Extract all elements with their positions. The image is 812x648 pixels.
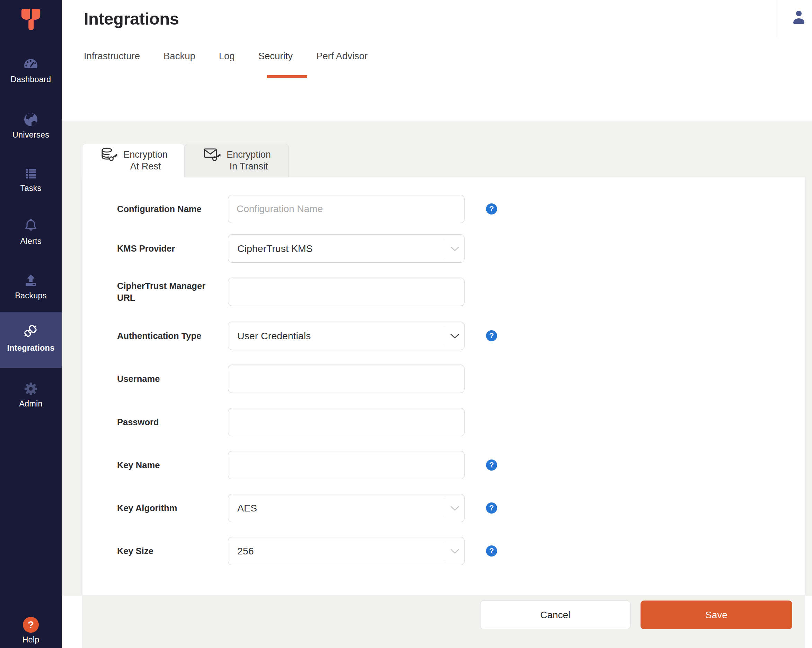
- sidebar-item-label: Integrations: [0, 344, 62, 353]
- mail-key-icon: [202, 146, 221, 165]
- form-row-key-size: Key Size 256 ?: [82, 537, 806, 565]
- sidebar-item-backups[interactable]: Backups: [0, 272, 62, 300]
- chevron-down-icon: [450, 333, 459, 339]
- help-icon[interactable]: ?: [486, 203, 497, 214]
- username-input[interactable]: [228, 365, 464, 393]
- sidebar-item-universes[interactable]: Universes: [0, 111, 62, 140]
- tab-perf-advisor[interactable]: Perf Advisor: [316, 50, 368, 62]
- sidebar: Dashboard Universes Tasks Alerts: [0, 0, 62, 648]
- encryption-tab-label: Encryption In Transit: [227, 149, 271, 173]
- form-row-ciphertrust-manager-url: CipherTrust Manager URL: [82, 278, 806, 306]
- sidebar-item-alerts[interactable]: Alerts: [0, 218, 62, 246]
- help-icon[interactable]: ?: [486, 546, 497, 556]
- help-icon[interactable]: ?: [486, 460, 497, 471]
- sidebar-item-help[interactable]: ? Help: [0, 617, 62, 645]
- field-label: Key Algorithm: [117, 494, 207, 522]
- user-menu[interactable]: [791, 9, 812, 26]
- sidebar-item-dashboard[interactable]: Dashboard: [0, 56, 62, 84]
- help-question-icon: ?: [23, 617, 39, 633]
- save-button[interactable]: Save: [641, 601, 792, 629]
- ciphertrust-manager-url-input[interactable]: [228, 278, 464, 306]
- field-label: KMS Provider: [117, 234, 207, 263]
- key-algorithm-select[interactable]: AES: [228, 494, 464, 522]
- page-title: Integrations: [84, 9, 179, 28]
- kms-provider-select[interactable]: CipherTrust KMS: [228, 234, 464, 263]
- sidebar-item-integrations[interactable]: Integrations: [0, 312, 62, 368]
- form-row-password: Password: [82, 408, 806, 436]
- gear-icon: [23, 381, 39, 397]
- sidebar-item-label: Backups: [0, 291, 62, 300]
- field-label: Configuration Name: [117, 195, 207, 223]
- sidebar-item-label: Tasks: [0, 183, 62, 193]
- field-label: Password: [117, 408, 207, 436]
- chevron-down-icon: [450, 246, 459, 252]
- key-size-select[interactable]: 256: [228, 537, 464, 565]
- dashboard-icon: [23, 56, 39, 72]
- authentication-type-select[interactable]: User Credentials: [228, 322, 464, 350]
- sidebar-item-label: Help: [0, 635, 62, 645]
- password-input[interactable]: [228, 408, 464, 436]
- encryption-at-rest-form: Configuration Name ? KMS Provider Cipher…: [82, 177, 805, 596]
- database-key-icon: [99, 146, 118, 165]
- plug-icon: [22, 322, 40, 339]
- field-label: Authentication Type: [117, 322, 207, 350]
- field-label: Username: [117, 365, 207, 393]
- tab-backup[interactable]: Backup: [163, 50, 195, 62]
- header-divider: [776, 0, 776, 37]
- sidebar-item-label: Alerts: [0, 237, 62, 246]
- form-footer: Cancel Save: [82, 596, 805, 648]
- bell-icon: [23, 218, 39, 234]
- task-list-icon: [23, 165, 39, 181]
- form-row-key-name: Key Name ?: [82, 451, 806, 479]
- active-tab-underline: [267, 75, 307, 78]
- form-row-kms-provider: KMS Provider CipherTrust KMS: [82, 234, 806, 263]
- cancel-button[interactable]: Cancel: [480, 601, 630, 629]
- tab-encryption-at-rest[interactable]: Encryption At Rest: [82, 144, 185, 177]
- chevron-down-icon: [450, 506, 459, 511]
- configuration-name-input[interactable]: [228, 195, 464, 223]
- chevron-down-icon: [450, 549, 459, 554]
- sidebar-item-label: Dashboard: [0, 75, 62, 84]
- tab-encryption-in-transit[interactable]: Encryption In Transit: [185, 144, 288, 177]
- field-label: Key Name: [117, 451, 207, 479]
- page-header: Integrations Infrastructure Backup Log S…: [62, 0, 812, 121]
- field-label: Key Size: [117, 537, 207, 565]
- form-row-configuration-name: Configuration Name ?: [82, 195, 806, 223]
- section-tabs: Infrastructure Backup Log Security Perf …: [84, 50, 368, 62]
- sidebar-item-tasks[interactable]: Tasks: [0, 165, 62, 193]
- form-row-username: Username: [82, 365, 806, 393]
- sidebar-item-admin[interactable]: Admin: [0, 381, 62, 408]
- encryption-tab-label: Encryption At Rest: [123, 149, 168, 173]
- sidebar-item-label: Admin: [0, 399, 62, 408]
- sidebar-item-label: Universes: [0, 130, 62, 140]
- tab-security[interactable]: Security: [258, 50, 293, 62]
- tab-infrastructure[interactable]: Infrastructure: [84, 50, 140, 62]
- field-label: CipherTrust Manager URL: [117, 278, 207, 306]
- backup-upload-icon: [23, 272, 39, 289]
- tab-log[interactable]: Log: [219, 50, 235, 62]
- yugabyte-logo[interactable]: [19, 8, 43, 32]
- user-avatar-icon: [791, 9, 807, 26]
- help-icon[interactable]: ?: [486, 330, 497, 341]
- globe-icon: [23, 111, 39, 128]
- key-name-input[interactable]: [228, 451, 464, 479]
- form-row-authentication-type: Authentication Type User Credentials ?: [82, 322, 806, 350]
- form-row-key-algorithm: Key Algorithm AES ?: [82, 494, 806, 522]
- help-icon[interactable]: ?: [486, 503, 497, 514]
